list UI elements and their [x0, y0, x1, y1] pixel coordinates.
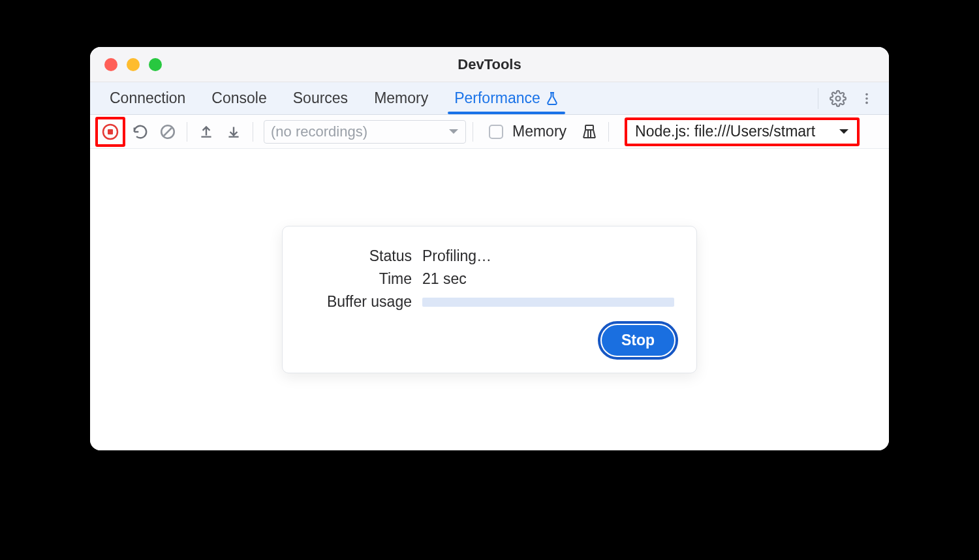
record-stop-button[interactable]: [99, 121, 121, 143]
tab-sources[interactable]: Sources: [280, 82, 361, 114]
svg-rect-5: [108, 129, 113, 134]
tab-performance[interactable]: Performance: [441, 82, 572, 114]
tab-label: Connection: [110, 89, 185, 107]
svg-point-2: [865, 97, 868, 100]
status-label: Status: [305, 247, 422, 265]
tab-label: Console: [211, 89, 266, 107]
maximize-window-button[interactable]: [149, 58, 162, 71]
upload-button[interactable]: [194, 119, 219, 144]
recordings-placeholder: (no recordings): [271, 123, 367, 140]
tab-label: Sources: [293, 89, 348, 107]
record-stop-icon: [101, 123, 119, 141]
divider: [473, 122, 473, 142]
svg-rect-7: [585, 125, 593, 130]
tab-connection[interactable]: Connection: [97, 82, 198, 114]
target-label: Node.js: file:///Users/stmart: [635, 123, 815, 140]
svg-point-0: [836, 96, 841, 101]
divider: [608, 122, 609, 142]
more-vertical-icon: [860, 91, 874, 106]
tabs-bar: Connection Console Sources Memory Perfor…: [90, 82, 889, 115]
recordings-select[interactable]: (no recordings): [264, 120, 466, 144]
broom-icon: [580, 123, 598, 141]
content-area: Status Profiling… Time 21 sec Buffer usa…: [90, 149, 889, 450]
devtools-window: DevTools Connection Console Sources Memo…: [90, 47, 889, 450]
flask-icon: [546, 91, 559, 106]
cancel-circle-icon: [159, 123, 176, 140]
titlebar: DevTools: [90, 47, 889, 82]
buffer-row: Buffer usage: [305, 293, 674, 311]
tab-actions: [818, 86, 889, 112]
minimize-window-button[interactable]: [127, 58, 140, 71]
settings-button[interactable]: [825, 86, 851, 112]
reload-icon: [132, 123, 149, 140]
panel-actions: Stop: [305, 325, 674, 356]
svg-point-3: [865, 101, 868, 104]
download-button[interactable]: [221, 119, 246, 144]
time-row: Time 21 sec: [305, 270, 674, 288]
stop-button[interactable]: Stop: [602, 325, 674, 356]
reload-button[interactable]: [128, 119, 153, 144]
download-icon: [225, 123, 242, 140]
memory-checkbox-label: Memory: [512, 123, 567, 140]
buffer-usage-bar: [422, 298, 674, 307]
chevron-down-icon: [448, 128, 459, 136]
time-label: Time: [305, 270, 422, 288]
tab-console[interactable]: Console: [198, 82, 279, 114]
status-value: Profiling…: [422, 247, 674, 265]
more-button[interactable]: [854, 86, 880, 112]
time-value: 21 sec: [422, 270, 674, 288]
window-title: DevTools: [90, 56, 889, 73]
close-window-button[interactable]: [104, 58, 117, 71]
status-row: Status Profiling…: [305, 247, 674, 265]
chevron-down-icon: [839, 128, 849, 136]
divider: [253, 122, 253, 142]
svg-point-1: [865, 93, 868, 95]
tab-label: Memory: [374, 89, 428, 107]
tab-memory[interactable]: Memory: [361, 82, 441, 114]
clear-button[interactable]: [155, 119, 180, 144]
tab-label: Performance: [454, 89, 540, 107]
performance-toolbar: (no recordings) Memory Node.js: file:///…: [90, 115, 889, 149]
target-select[interactable]: Node.js: file:///Users/stmart: [625, 117, 860, 146]
buffer-label: Buffer usage: [305, 293, 422, 311]
record-highlight: [95, 117, 125, 147]
profiling-panel: Status Profiling… Time 21 sec Buffer usa…: [282, 226, 697, 373]
collect-garbage-button[interactable]: [577, 119, 602, 144]
upload-icon: [198, 123, 215, 140]
traffic-lights: [90, 58, 162, 71]
memory-checkbox[interactable]: [489, 125, 503, 139]
gear-icon: [830, 90, 847, 107]
divider: [187, 122, 187, 142]
